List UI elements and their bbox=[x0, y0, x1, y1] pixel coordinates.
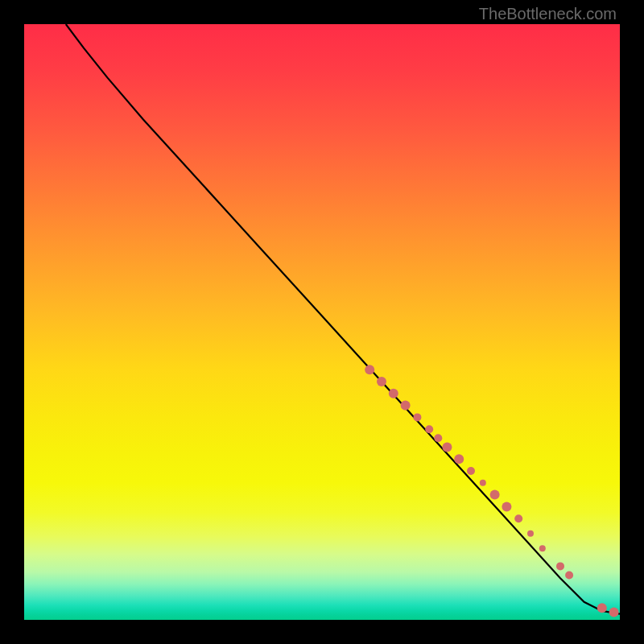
markers-group bbox=[365, 365, 618, 617]
curve-line bbox=[66, 24, 620, 614]
data-marker bbox=[442, 442, 452, 452]
data-marker bbox=[490, 490, 500, 500]
data-marker bbox=[434, 434, 442, 442]
data-marker bbox=[480, 480, 486, 486]
data-marker bbox=[597, 603, 607, 613]
data-marker bbox=[413, 413, 421, 421]
data-marker bbox=[377, 377, 386, 386]
data-marker bbox=[527, 530, 534, 537]
data-marker bbox=[365, 365, 374, 374]
data-marker bbox=[425, 425, 433, 433]
data-marker bbox=[514, 514, 522, 522]
data-marker bbox=[389, 389, 398, 398]
chart-svg bbox=[24, 24, 620, 620]
data-marker bbox=[401, 401, 411, 411]
watermark: TheBottleneck.com bbox=[479, 5, 617, 23]
data-marker bbox=[539, 545, 546, 551]
data-marker bbox=[502, 502, 511, 511]
plot-area bbox=[24, 24, 620, 620]
data-marker bbox=[556, 562, 564, 570]
data-marker bbox=[609, 607, 619, 617]
data-marker bbox=[454, 454, 464, 464]
data-marker bbox=[467, 467, 475, 475]
data-marker bbox=[565, 572, 573, 580]
chart-container: TheBottleneck.com bbox=[0, 0, 644, 644]
